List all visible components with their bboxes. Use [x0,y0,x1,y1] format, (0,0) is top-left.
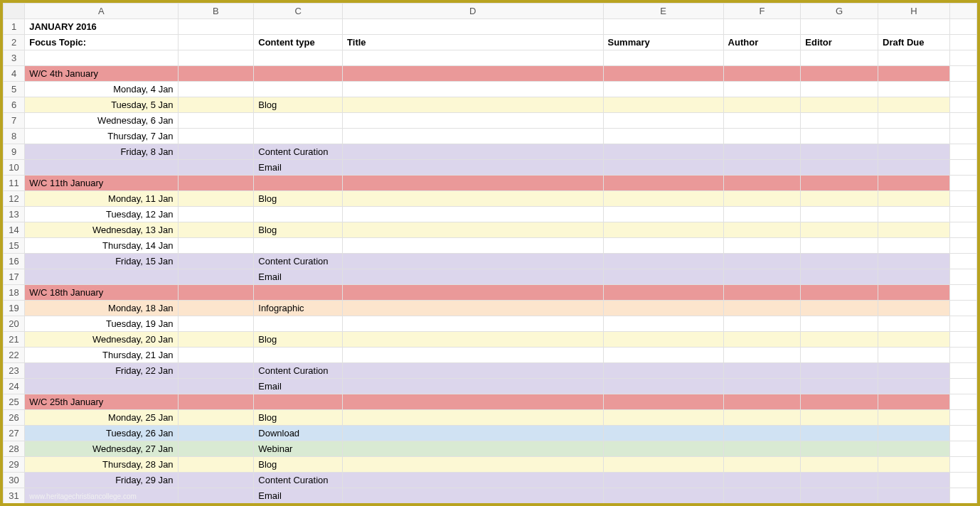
cell-F11[interactable] [723,176,801,191]
cell-D14[interactable] [343,222,603,238]
cell-H19[interactable] [878,301,950,316]
cell-D10[interactable] [343,160,603,176]
cell-extra-14[interactable] [949,222,976,238]
cell-D30[interactable] [343,473,603,488]
cell-B23[interactable] [178,363,254,379]
col-header-B[interactable]: B [178,4,254,19]
row-header[interactable]: 23 [4,363,25,379]
cell-C28[interactable]: Webinar [254,441,343,457]
cell-extra-24[interactable] [949,379,976,394]
cell-C1[interactable] [254,19,343,35]
cell-C23[interactable]: Content Curation [254,363,343,379]
cell-H30[interactable] [878,473,950,488]
cell-H16[interactable] [878,254,950,269]
cell-B9[interactable] [178,144,254,160]
cell-F12[interactable] [723,191,801,207]
cell-A24[interactable] [25,379,178,394]
cell-E26[interactable] [603,410,723,426]
cell-F22[interactable] [723,348,801,363]
cell-C8[interactable] [254,129,343,144]
cell-A10[interactable] [25,160,178,176]
cell-G24[interactable] [801,379,878,394]
cell-H10[interactable] [878,160,950,176]
row-header[interactable]: 28 [4,441,25,457]
cell-C17[interactable]: Email [254,269,343,285]
cell-G15[interactable] [801,238,878,254]
cell-E7[interactable] [603,113,723,129]
cell-A7[interactable]: Wednesday, 6 Jan [25,113,178,129]
cell-E21[interactable] [603,332,723,348]
cell-extra-9[interactable] [949,144,976,160]
cell-G31[interactable] [801,488,878,504]
row-header[interactable]: 31 [4,488,25,504]
cell-G9[interactable] [801,144,878,160]
cell-extra-6[interactable] [949,97,976,113]
cell-H3[interactable] [878,50,950,66]
cell-F7[interactable] [723,113,801,129]
cell-A20[interactable]: Tuesday, 19 Jan [25,316,178,332]
cell-E2[interactable]: Summary [603,35,723,50]
cell-B18[interactable] [178,285,254,301]
cell-D23[interactable] [343,363,603,379]
cell-H12[interactable] [878,191,950,207]
cell-A19[interactable]: Monday, 18 Jan [25,301,178,316]
cell-D11[interactable] [343,176,603,191]
cell-G2[interactable]: Editor [801,35,878,50]
cell-F23[interactable] [723,363,801,379]
cell-E11[interactable] [603,176,723,191]
cell-extra-28[interactable] [949,441,976,457]
row-header[interactable]: 21 [4,332,25,348]
row-header[interactable]: 16 [4,254,25,269]
cell-B6[interactable] [178,97,254,113]
cell-D1[interactable] [343,19,603,35]
cell-extra-11[interactable] [949,176,976,191]
cell-F30[interactable] [723,473,801,488]
row-header[interactable]: 15 [4,238,25,254]
cell-H22[interactable] [878,348,950,363]
cell-F10[interactable] [723,160,801,176]
cell-C3[interactable] [254,50,343,66]
cell-F9[interactable] [723,144,801,160]
cell-extra-23[interactable] [949,363,976,379]
cell-E31[interactable] [603,488,723,504]
row-header[interactable]: 17 [4,269,25,285]
cell-C31[interactable]: Email [254,488,343,504]
cell-D16[interactable] [343,254,603,269]
cell-D4[interactable] [343,66,603,82]
cell-B19[interactable] [178,301,254,316]
cell-F17[interactable] [723,269,801,285]
cell-F6[interactable] [723,97,801,113]
cell-extra-17[interactable] [949,269,976,285]
cell-D31[interactable] [343,488,603,504]
cell-E18[interactable] [603,285,723,301]
cell-H9[interactable] [878,144,950,160]
col-header-C[interactable]: C [254,4,343,19]
cell-E6[interactable] [603,97,723,113]
cell-extra-7[interactable] [949,113,976,129]
cell-extra-15[interactable] [949,238,976,254]
cell-G21[interactable] [801,332,878,348]
cell-E12[interactable] [603,191,723,207]
cell-B29[interactable] [178,457,254,473]
cell-F3[interactable] [723,50,801,66]
cell-extra-31[interactable] [949,488,976,504]
cell-C12[interactable]: Blog [254,191,343,207]
cell-H11[interactable] [878,176,950,191]
cell-A6[interactable]: Tuesday, 5 Jan [25,97,178,113]
cell-F21[interactable] [723,332,801,348]
cell-C15[interactable] [254,238,343,254]
cell-D9[interactable] [343,144,603,160]
cell-D24[interactable] [343,379,603,394]
cell-D17[interactable] [343,269,603,285]
cell-E17[interactable] [603,269,723,285]
cell-G16[interactable] [801,254,878,269]
cell-A8[interactable]: Thursday, 7 Jan [25,129,178,144]
cell-A12[interactable]: Monday, 11 Jan [25,191,178,207]
cell-extra-2[interactable] [949,35,976,50]
cell-B14[interactable] [178,222,254,238]
cell-H24[interactable] [878,379,950,394]
row-header[interactable]: 1 [4,19,25,35]
cell-H14[interactable] [878,222,950,238]
cell-C25[interactable] [254,394,343,410]
cell-G7[interactable] [801,113,878,129]
